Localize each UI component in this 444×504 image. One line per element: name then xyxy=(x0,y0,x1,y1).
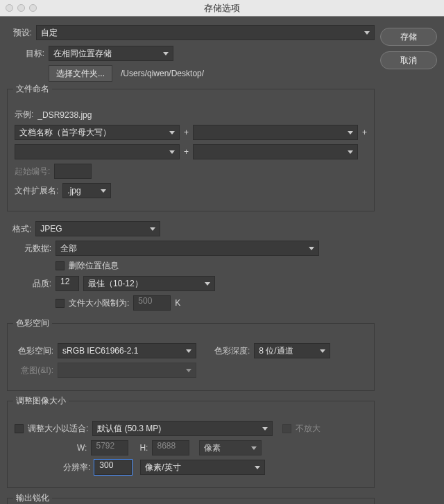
chevron-down-icon xyxy=(169,131,175,134)
naming-token-2[interactable] xyxy=(193,125,358,140)
traffic-zoom[interactable] xyxy=(29,4,37,12)
quality-input[interactable]: 12 xyxy=(56,276,79,291)
start-number-label: 起始编号: xyxy=(15,166,50,177)
quality-preset-select[interactable]: 最佳（10-12） xyxy=(83,276,215,291)
metadata-label: 元数据: xyxy=(19,243,51,254)
no-enlarge-label: 不放大 xyxy=(296,423,321,435)
preset-label: 预设: xyxy=(7,27,32,39)
naming-token-1[interactable]: 文档名称（首字母大写） xyxy=(15,125,180,140)
sharpen-legend: 输出锐化 xyxy=(13,492,52,504)
window-traffic-lights xyxy=(6,4,37,12)
chevron-down-icon xyxy=(186,349,191,353)
plus-icon: + xyxy=(362,128,367,137)
naming-token-4[interactable] xyxy=(193,144,358,159)
destination-value: 在相同位置存储 xyxy=(53,48,112,60)
chevron-down-icon xyxy=(262,427,268,431)
no-enlarge-checkbox xyxy=(282,424,291,433)
remove-location-checkbox[interactable] xyxy=(56,261,65,270)
width-label: W: xyxy=(77,443,87,453)
width-input: 5792 xyxy=(91,440,128,455)
naming-token-3[interactable] xyxy=(15,144,180,159)
destination-select[interactable]: 在相同位置存储 xyxy=(49,46,173,61)
limit-size-checkbox[interactable] xyxy=(56,299,65,308)
resize-fit-checkbox[interactable] xyxy=(15,424,24,433)
file-naming-group: 文件命名 示例: _DSR9238.jpg 文档名称（首字母大写） + + + xyxy=(7,89,375,211)
example-label: 示例: xyxy=(15,109,33,121)
file-naming-legend: 文件命名 xyxy=(13,83,52,95)
size-unit-select[interactable]: 像素 xyxy=(199,440,262,455)
color-space-legend: 色彩空间 xyxy=(13,318,52,329)
plus-icon: + xyxy=(184,147,189,157)
color-space-group: 色彩空间 色彩空间: sRGB IEC61966-2.1 色彩深度: 8 位/通… xyxy=(7,323,375,391)
resize-fit-select[interactable]: 默认值 (50.3 MP) xyxy=(92,421,273,436)
chevron-down-icon xyxy=(320,349,325,353)
destination-path: /Users/qiwen/Desktop/ xyxy=(121,69,204,78)
chevron-down-icon xyxy=(186,369,191,372)
destination-label: 目标: xyxy=(19,48,44,60)
chevron-down-icon xyxy=(150,227,155,231)
resize-group: 调整图像大小 调整大小以适合: 默认值 (50.3 MP) 不放大 W: 579… xyxy=(7,401,375,488)
limit-size-unit: K xyxy=(175,298,180,308)
traffic-min[interactable] xyxy=(17,4,25,12)
extension-label: 文件扩展名: xyxy=(15,185,58,197)
chevron-down-icon xyxy=(101,189,106,193)
chevron-down-icon xyxy=(309,247,314,250)
chevron-down-icon xyxy=(251,446,257,450)
metadata-select[interactable]: 全部 xyxy=(56,241,319,256)
sharpen-group: 输出锐化 锐化: 滤色 数量: 标准 xyxy=(7,498,375,504)
plus-icon: + xyxy=(184,128,189,137)
preset-value: 自定 xyxy=(41,27,58,39)
limit-size-label: 文件大小限制为: xyxy=(69,297,129,309)
chevron-down-icon xyxy=(348,131,353,134)
format-label: 格式: xyxy=(12,223,31,235)
cancel-button[interactable]: 取消 xyxy=(380,51,437,69)
example-value: _DSR9238.jpg xyxy=(37,110,92,120)
resize-fit-label: 调整大小以适合: xyxy=(28,423,88,435)
preset-select[interactable]: 自定 xyxy=(36,25,375,40)
chevron-down-icon xyxy=(169,150,175,154)
chevron-down-icon xyxy=(364,31,370,35)
titlebar: 存储选项 xyxy=(0,0,444,17)
limit-size-input: 500 xyxy=(133,295,171,311)
format-select[interactable]: JPEG xyxy=(35,221,160,236)
extension-select[interactable]: .jpg xyxy=(62,183,111,198)
chevron-down-icon xyxy=(348,150,353,154)
chevron-down-icon xyxy=(255,466,260,469)
traffic-close[interactable] xyxy=(6,4,13,12)
intent-label: 意图(&I): xyxy=(15,365,53,376)
resize-legend: 调整图像大小 xyxy=(13,395,69,407)
start-number-input xyxy=(54,164,92,179)
chevron-down-icon xyxy=(163,52,169,55)
height-label: H: xyxy=(139,443,148,453)
resolution-unit-select[interactable]: 像素/英寸 xyxy=(140,460,265,475)
colorspace-select[interactable]: sRGB IEC61966-2.1 xyxy=(58,343,196,358)
colorspace-label: 色彩空间: xyxy=(15,345,53,357)
depth-label: 色彩深度: xyxy=(214,345,250,357)
height-input: 8688 xyxy=(152,440,189,455)
quality-label: 品质: xyxy=(19,278,51,290)
window-title: 存储选项 xyxy=(204,3,240,13)
choose-folder-button[interactable]: 选择文件夹... xyxy=(49,65,112,82)
resolution-input[interactable]: 300 xyxy=(94,460,132,475)
intent-select xyxy=(58,363,196,378)
remove-location-label: 删除位置信息 xyxy=(69,260,119,272)
depth-select[interactable]: 8 位/通道 xyxy=(254,343,330,358)
save-button[interactable]: 存储 xyxy=(380,28,437,46)
chevron-down-icon xyxy=(205,282,210,286)
resolution-label: 分辨率: xyxy=(63,462,90,473)
